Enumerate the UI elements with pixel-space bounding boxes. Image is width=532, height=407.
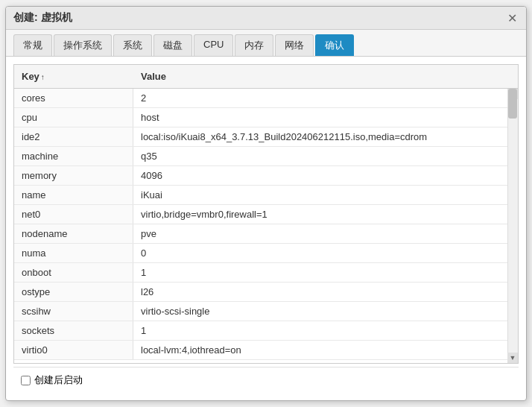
cell-key: numa [14,244,133,262]
cell-key: net0 [14,205,133,224]
table-row: memory4096 [14,166,518,186]
cell-value: 1 [133,321,518,340]
cell-key: scsihw [14,302,133,321]
table-row: ide2local:iso/iKuai8_x64_3.7.13_Build202… [14,127,518,147]
tab-memory[interactable]: 内存 [235,34,273,56]
cell-key: machine [14,147,133,165]
config-table: Key↑ Value cores2cpuhostide2local:iso/iK… [13,64,519,364]
cell-value: pve [133,224,518,243]
content-area: Key↑ Value cores2cpuhostide2local:iso/iK… [6,57,526,400]
table-row: scsihwvirtio-scsi-single [14,302,518,321]
tab-bar: 常规 操作系统 系统 磁盘 CPU 内存 网络 确认 [6,30,526,57]
col-value-header: Value [133,69,518,83]
cell-value: host [133,108,518,127]
cell-key: onboot [14,263,133,282]
cell-key: cpu [14,108,133,127]
table-row: machineq35 [14,147,518,166]
cell-key: name [14,186,133,204]
cell-value: 1 [133,263,518,282]
cell-value: iKuai [133,186,518,204]
autostart-checkbox-area: 创建后启动 [21,373,83,387]
cell-key: ostype [14,283,133,301]
scrollbar-thumb[interactable] [508,89,517,119]
scroll-down-arrow[interactable]: ▼ [507,353,518,363]
cell-key: nodename [14,224,133,243]
cell-key: cores [14,89,133,107]
table-row: ostypel26 [14,283,518,302]
table-row: onboot1 [14,263,518,283]
tab-os[interactable]: 操作系统 [54,34,112,56]
cell-key: memory [14,166,133,185]
cell-key: sockets [14,321,133,340]
table-body[interactable]: cores2cpuhostide2local:iso/iKuai8_x64_3.… [14,89,518,363]
cell-key: ide2 [14,127,133,146]
table-row: sockets1 [14,321,518,341]
table-row: nameiKuai [14,186,518,205]
table-row: numa0 [14,244,518,263]
table-row: net0virtio,bridge=vmbr0,firewall=1 [14,205,518,224]
cell-value: 4096 [133,166,518,185]
scrollbar-track[interactable]: ▲ ▼ [507,89,518,363]
cell-value: virtio,bridge=vmbr0,firewall=1 [133,205,518,224]
table-row: nodenamepve [14,224,518,244]
cell-value: l26 [133,283,518,301]
cell-value: virtio-scsi-single [133,302,518,321]
title-bar: 创建: 虚拟机 ✕ [6,7,526,30]
tab-general[interactable]: 常规 [13,34,52,56]
table-row: cpuhost [14,108,518,127]
cell-value: local-lvm:4,iothread=on [133,341,518,359]
dialog-title: 创建: 虚拟机 [13,11,72,25]
col-key-header: Key↑ [14,69,133,83]
table-header: Key↑ Value [14,65,518,89]
cell-value: q35 [133,147,518,165]
cell-value: local:iso/iKuai8_x64_3.7.13_Build2024062… [133,127,518,146]
autostart-label[interactable]: 创建后启动 [34,373,83,387]
table-row: virtio0local-lvm:4,iothread=on [14,341,518,360]
tab-network[interactable]: 网络 [275,34,314,56]
tab-confirm[interactable]: 确认 [315,34,354,56]
table-row: cores2 [14,89,518,108]
cell-value: 0 [133,244,518,262]
cell-value: 2 [133,89,518,107]
autostart-checkbox[interactable] [21,376,31,385]
tab-cpu[interactable]: CPU [194,34,233,56]
cell-key: virtio0 [14,341,133,359]
tab-disk[interactable]: 磁盘 [153,34,192,56]
footer: 创建后启动 [13,367,519,393]
close-button[interactable]: ✕ [505,11,519,25]
create-vm-dialog: 创建: 虚拟机 ✕ 常规 操作系统 系统 磁盘 CPU 内存 网络 确认 Key… [5,6,527,401]
tab-system[interactable]: 系统 [113,34,152,56]
